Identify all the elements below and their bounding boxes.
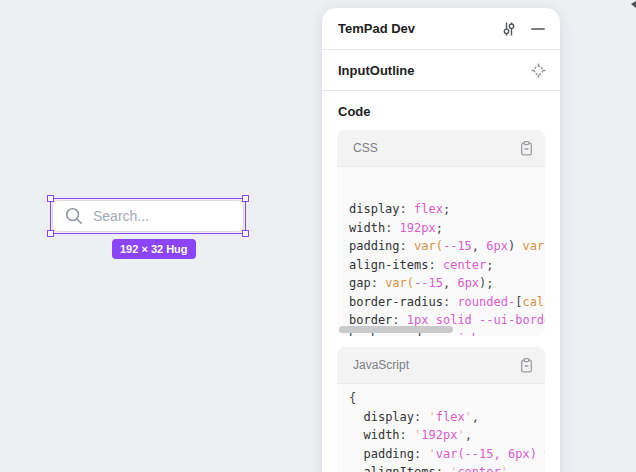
code-line: display: 'flex', [349,408,545,427]
cursor [631,1,636,8]
css-block-header: CSS [337,130,545,167]
copy-icon[interactable] [518,357,534,373]
panel-header: TemPad Dev [322,8,560,50]
code-line: display: flex; [349,200,545,219]
search-input-element[interactable]: Search... [52,200,244,232]
sliders-icon[interactable] [501,21,517,37]
code-section-label: Code [337,104,545,119]
code-line: alignItems: 'center', [349,463,545,472]
code-line: width: 192px; [349,219,545,238]
size-badge: 192 × 32 Hug [112,239,196,259]
javascript-code-body[interactable]: { display: 'flex', width: '192px', paddi… [337,384,545,472]
magnifier-icon [65,207,83,225]
code-line: padding: 'var(--15, 6px) var [349,445,545,464]
copy-icon[interactable] [518,140,534,156]
tempad-dev-panel: TemPad Dev InputOutline [322,8,560,472]
code-line: padding: var(--15, 6px) var(-- [349,237,545,256]
css-block-label: CSS [353,141,518,155]
css-code-body[interactable]: display: flex;width: 192px;padding: var(… [337,167,545,336]
locate-icon[interactable] [530,62,546,78]
search-placeholder-text: Search... [93,208,149,224]
selection-handle-top-left[interactable] [47,195,54,202]
selected-component-row: InputOutline [322,50,560,91]
code-line: align-items: center; [349,256,545,275]
code-line: { [349,389,545,408]
minimize-icon[interactable] [530,21,546,37]
selection-handle-bottom-left[interactable] [47,230,54,237]
component-name: InputOutline [338,63,530,78]
css-code-block: CSS display: flex;width: 192px;padding: … [337,130,545,336]
javascript-code-block: JavaScript { display: 'flex', width: '19… [337,347,545,472]
javascript-block-label: JavaScript [353,358,518,372]
code-line: width: '192px', [349,426,545,445]
selection-handle-bottom-right[interactable] [242,230,249,237]
horizontal-scrollbar[interactable] [339,326,453,333]
selection-handle-top-right[interactable] [242,195,249,202]
panel-title: TemPad Dev [338,21,501,36]
javascript-block-header: JavaScript [337,347,545,384]
code-line: border-radius: rounded-[calc(v [349,293,545,312]
code-line: gap: var(--15, 6px); [349,274,545,293]
code-section: Code CSS display: flex;width: 192px;padd… [322,91,560,472]
